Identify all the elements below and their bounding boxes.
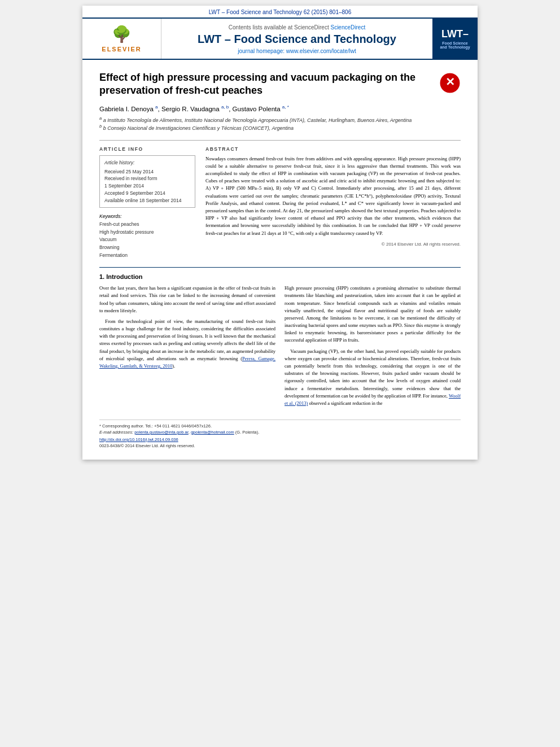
keyword-browning: Browning: [99, 244, 195, 252]
article-info-col: ARTICLE INFO Article history: Received 2…: [99, 146, 195, 259]
crossmark-badge: ✕: [439, 72, 461, 96]
introduction-body: Over the last years, there has been a si…: [99, 285, 461, 410]
article-history-box: Article history: Received 25 May 2014 Re…: [99, 155, 195, 208]
abstract-text: Nowadays consumers demand fresh-cut frui…: [205, 155, 461, 237]
abstract-col: ABSTRACT Nowadays consumers demand fresh…: [205, 146, 461, 259]
intro-right-col: High pressure processing (HPP) constitut…: [285, 285, 461, 410]
revised-date: 1 September 2014: [104, 182, 190, 190]
svg-text:✕: ✕: [445, 76, 455, 88]
keywords-section: Keywords: Fresh-cut peaches High hydrost…: [99, 213, 195, 259]
email-1[interactable]: polenta.gustavo@inta.gob.ar: [134, 430, 189, 435]
article-info-label: ARTICLE INFO: [99, 146, 195, 152]
lwt-logo-text: LWT–: [440, 28, 470, 40]
email-label: E-mail addresses:: [99, 430, 133, 435]
affiliation-b: b b Consejo Nacional de Investigaciones …: [99, 124, 461, 132]
homepage-url[interactable]: www.elsevier.com/locate/lwt: [286, 48, 356, 54]
keyword-fresh-cut-peaches: Fresh-cut peaches: [99, 221, 195, 229]
journal-header: 🌳 ELSEVIER Contents lists available at S…: [82, 19, 478, 60]
lwt-logo-subtitle: Food Scienceand Technology: [440, 41, 470, 49]
header-divider: [99, 140, 461, 141]
journal-title: LWT – Food Science and Technology: [198, 33, 396, 46]
keyword-fermentation: Fermentation: [99, 252, 195, 260]
doi-line: http://dx.doi.org/10.1016/j.lwt.2014.09.…: [99, 437, 461, 442]
article-body: ✕ Effect of high pressure processing and…: [82, 60, 478, 460]
author-polenta: Gustavo Polenta: [233, 106, 281, 112]
history-label: Article history:: [104, 159, 190, 167]
intro-para-4: Vacuum packaging (VP), on the other hand…: [285, 348, 461, 407]
corresponding-author-text: * Corresponding author. Tel.: +54 011 46…: [99, 423, 212, 429]
intro-para-1: Over the last years, there has been a si…: [99, 285, 275, 314]
journal-homepage-line: journal homepage: www.elsevier.com/locat…: [238, 48, 356, 54]
elsevier-label: ELSEVIER: [102, 46, 141, 53]
journal-top-bar: LWT – Food Science and Technology 62 (20…: [82, 6, 478, 19]
doi-link[interactable]: http://dx.doi.org/10.1016/j.lwt.2014.09.…: [99, 437, 178, 442]
accepted-date: Accepted 9 September 2014: [104, 190, 190, 197]
email-line: E-mail addresses: polenta.gustavo@inta.g…: [99, 430, 461, 435]
introduction-section: 1. Introduction Over the last years, the…: [99, 273, 461, 410]
keyword-vacuum: Vacuum: [99, 236, 195, 244]
intro-left-col: Over the last years, there has been a si…: [99, 285, 275, 410]
journal-center: Contents lists available at ScienceDirec…: [161, 19, 432, 59]
affiliation-a: a a Instituto Tecnología de Alimentos, I…: [99, 116, 461, 124]
keywords-label: Keywords:: [99, 213, 195, 219]
authors-line: Gabriela I. Denoya a, Sergio R. Vaudagna…: [99, 104, 461, 112]
corresponding-author-line: * Corresponding author. Tel.: +54 011 46…: [99, 423, 461, 429]
elsevier-tree-icon: 🌳: [112, 25, 132, 43]
section-divider: [99, 267, 461, 268]
author-denoya: Gabriela I. Denoya: [99, 106, 154, 112]
abstract-label: ABSTRACT: [205, 146, 461, 152]
journal-reference: LWT – Food Science and Technology 62 (20…: [209, 9, 351, 15]
article-info-abstract-row: ARTICLE INFO Article history: Received 2…: [99, 146, 461, 259]
email-2[interactable]: gpolenta@hotmail.com: [191, 430, 234, 435]
issn-line: 0023-6438/© 2014 Elsevier Ltd. All right…: [99, 443, 461, 448]
affiliation-a-superscript: a: [155, 104, 158, 110]
keyword-hpp: High hydrostatic pressure: [99, 229, 195, 237]
introduction-title: 1. Introduction: [99, 273, 461, 280]
author-vaudagna: Sergio R. Vaudagna: [161, 106, 220, 112]
lwt-logo-section: LWT– Food Scienceand Technology: [432, 19, 478, 59]
citation-perera[interactable]: Perera, Gamage, Wakeling, Gamlath, & Ver…: [99, 356, 275, 369]
lwt-logo: LWT– Food Scienceand Technology: [440, 28, 470, 49]
contents-text: Contents lists available at ScienceDirec…: [229, 24, 329, 30]
received-revised-label: Received in revised form: [104, 175, 190, 182]
intro-para-3: High pressure processing (HPP) constitut…: [285, 285, 461, 344]
affiliations: a a Instituto Tecnología de Alimentos, I…: [99, 116, 461, 132]
received-date: Received 25 May 2014: [104, 168, 190, 176]
citation-woolf[interactable]: Woolf et al. (2013): [285, 393, 461, 406]
intro-para-2: From the technological point of view, th…: [99, 318, 275, 370]
affiliation-a2-superscript: a, *: [282, 104, 289, 110]
affiliation-ab-superscript: a, b: [221, 104, 229, 110]
available-online: Available online 18 September 2014: [104, 197, 190, 204]
elsevier-logo-section: 🌳 ELSEVIER: [82, 19, 161, 59]
contents-line: Contents lists available at ScienceDirec…: [229, 24, 365, 30]
homepage-label: journal homepage:: [238, 48, 285, 54]
footer: * Corresponding author. Tel.: +54 011 46…: [99, 420, 461, 448]
sciencedirect-link[interactable]: ScienceDirect: [330, 24, 365, 30]
copyright-line: © 2014 Elsevier Ltd. All rights reserved…: [205, 242, 461, 247]
article-title: Effect of high pressure processing and v…: [99, 71, 461, 98]
email-suffix: (G. Polenta).: [235, 430, 260, 435]
